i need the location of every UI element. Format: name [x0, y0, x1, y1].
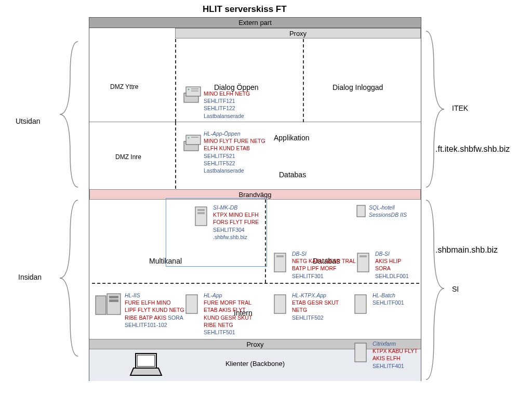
label-databas: Databas	[279, 171, 306, 179]
server-tower-icon	[271, 292, 290, 317]
svg-rect-19	[109, 296, 118, 298]
line: SORA	[375, 265, 409, 272]
line: NETG	[292, 306, 339, 313]
svg-rect-3	[191, 88, 198, 89]
server-tower-icon	[183, 292, 202, 317]
brace-itek	[423, 29, 449, 190]
server-sql-hotell: SQL-hotell SessionsDB IIS	[355, 204, 407, 218]
label-applikation: Applikation	[274, 134, 310, 142]
line: RIBE NETG	[204, 321, 252, 329]
line: NETG KABU GESR TRAL	[292, 257, 356, 265]
label-dmz-yttre: DMZ Yttre	[110, 83, 138, 90]
svg-rect-12	[357, 205, 365, 217]
zone-multikanal-db: Multikanal Databas SI-MK-DB KTPX MINO EL…	[89, 200, 421, 283]
svg-rect-6	[186, 135, 201, 145]
server-tower-icon	[352, 292, 370, 317]
svg-rect-8	[191, 137, 198, 138]
svg-rect-22	[274, 295, 286, 313]
svg-rect-4	[191, 90, 198, 91]
header-extern: Extern part	[89, 18, 421, 28]
dash-l1	[175, 39, 176, 122]
line: FURE MORF TRAL	[204, 299, 252, 306]
line: SEHLITF121	[204, 97, 250, 104]
server-tower-icon	[192, 204, 211, 229]
svg-rect-16	[360, 255, 367, 257]
label-insidan: Insidan	[18, 273, 42, 281]
svg-rect-11	[197, 212, 205, 214]
line: BATP LIPF MORF	[292, 265, 356, 272]
server-stack-icon	[183, 82, 202, 107]
header-proxy-top: Proxy	[175, 28, 421, 38]
label-dialog-inloggad: Dialog Inloggad	[332, 83, 383, 91]
line: SEHLITF304	[213, 226, 259, 233]
line: Lastbalanserade	[204, 167, 265, 174]
line: HL-Batch	[373, 292, 404, 299]
svg-rect-23	[355, 295, 366, 313]
server-db-si-1: DB-SI NETG KABU GESR TRAL BATP LIPF MORF…	[271, 250, 356, 280]
line: SEHLITF301	[292, 272, 356, 280]
svg-rect-21	[186, 295, 197, 313]
line: ELFH KUND ETAB	[204, 145, 265, 152]
line: SEHLDLF001	[375, 272, 409, 280]
server-tower-icon	[271, 250, 290, 275]
line: Lastbalanserade	[204, 112, 250, 120]
line: FORS FLYT FURE	[213, 218, 259, 226]
svg-rect-14	[276, 255, 284, 257]
line: SI-MK-DB	[213, 204, 259, 211]
svg-rect-17	[96, 296, 106, 315]
line: SEHLITF521	[204, 152, 265, 160]
line: Citrixfarm	[373, 340, 418, 347]
line: HL-App-Öppen	[204, 130, 265, 137]
svg-rect-24	[355, 343, 366, 362]
brace-insidan	[49, 198, 86, 359]
line: SEHLITF401	[373, 362, 418, 370]
server-hl-ktpx: HL-KTPX.App ETAB GESR SKUT NETG SEHLITF5…	[271, 292, 339, 321]
svg-rect-26	[137, 355, 155, 366]
svg-rect-20	[109, 299, 118, 302]
line: SEHLITF001	[373, 299, 404, 306]
line: HL-App	[204, 292, 252, 299]
main-frame: Extern part Proxy DMZ Yttre Dialog Öppen…	[89, 17, 421, 381]
line: KTPX MINO ELFH	[213, 211, 259, 218]
line: SEHLITF522	[204, 160, 265, 167]
label-itek: ITEK	[452, 104, 468, 112]
line: ETAB GESR SKUT	[292, 299, 339, 306]
line: LIPF FLYT KUND NETG	[125, 306, 184, 313]
server-si-mk-db: SI-MK-DB KTPX MINO ELFH FORS FLYT FURE S…	[192, 204, 259, 241]
server-hl-app-oppen: HL-App-Öppen MINO FLYT FURE NETG ELFH KU…	[183, 130, 265, 174]
line: SessionsDB IIS	[369, 211, 407, 218]
brace-utsidan	[49, 39, 86, 190]
line: SEHLITF122	[204, 104, 250, 112]
brace-si	[423, 198, 449, 382]
server-dialog-oppen: MINO ELFH NETG SEHLITF121 SEHLITF122 Las…	[183, 82, 250, 120]
line: KTPX KABU FLYT	[373, 347, 418, 355]
server-rack-icon	[95, 292, 123, 317]
line: MINO FLYT FURE NETG	[204, 137, 265, 145]
label-si: SI	[452, 285, 459, 293]
server-tower-icon	[352, 340, 370, 365]
label-klienter: Klienter (Backbone)	[225, 360, 285, 368]
zone-dmz-inre: DMZ Inre Applikation Databas HL-App-Öppe…	[89, 122, 421, 189]
line: AKIS HLIP	[375, 257, 409, 265]
line: DB-SI	[375, 250, 409, 257]
line: AKIS ELFH	[373, 355, 418, 362]
dash-r1	[303, 39, 304, 122]
server-stack-icon	[183, 130, 202, 155]
svg-rect-10	[197, 209, 205, 211]
line: RIBE BATP AKIS SORA	[125, 314, 184, 321]
line: HL-KTPX.App	[292, 292, 339, 299]
dash-l2	[175, 122, 176, 189]
server-db-si-2: DB-SI AKIS HLIP SORA SEHLDLF001	[354, 250, 409, 280]
server-tower-icon	[355, 204, 367, 218]
line: FURE ELFH MINO	[125, 299, 184, 306]
line: .shbfw.shb.biz	[213, 233, 259, 241]
line: SEHLITF502	[292, 314, 339, 321]
server-hl-app: HL-App FURE MORF TRAL ETAB AKIS FLYT KUN…	[183, 292, 252, 336]
label-utsidan: Utsidan	[16, 117, 40, 125]
diagram-title: HLIT serverskiss FT	[203, 4, 287, 15]
svg-point-7	[188, 137, 190, 139]
zone-intern: Intern HL-IIS FURE ELFH MINO LIPF FLYT K…	[89, 284, 421, 338]
line: ETAB AKIS FLYT	[204, 306, 252, 313]
server-hl-batch: HL-Batch SEHLITF001	[352, 292, 404, 317]
line: SQL-hotell	[369, 204, 407, 211]
